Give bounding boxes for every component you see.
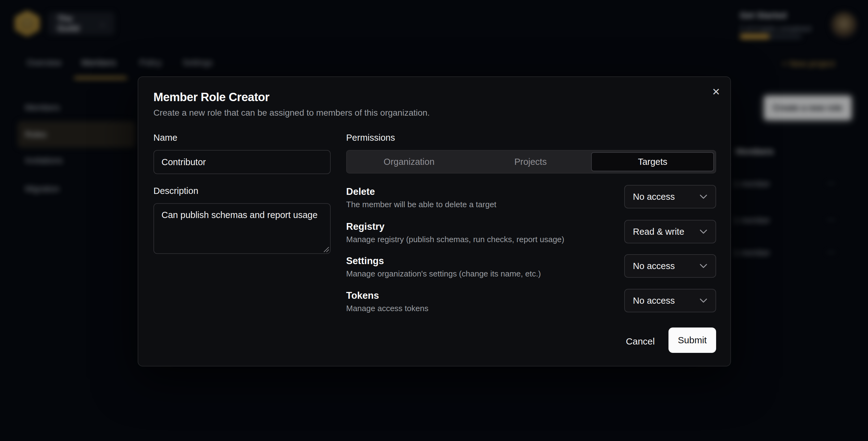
tab-projects[interactable]: Projects [470, 152, 591, 171]
name-input[interactable] [153, 150, 331, 174]
tokens-access-select[interactable]: No access [624, 289, 716, 312]
submit-button[interactable]: Submit [669, 327, 716, 353]
permissions-tablist: Organization Projects Targets [346, 150, 716, 174]
tab-organization[interactable]: Organization [348, 152, 470, 171]
permission-title: Delete [346, 186, 375, 197]
member-role-creator-modal: ✕ Member Role Creator Create a new role … [138, 76, 731, 367]
permission-title: Settings [346, 255, 384, 266]
permissions-label: Permissions [346, 133, 395, 143]
registry-access-select[interactable]: Read & write [624, 220, 716, 243]
permission-title: Registry [346, 221, 384, 232]
name-label: Name [153, 133, 177, 143]
permission-row-delete: Delete The member will be able to delete… [346, 186, 716, 213]
select-value: Read & write [633, 227, 684, 237]
description-textarea[interactable]: Can publish schemas and report usage [153, 203, 331, 254]
close-icon[interactable]: ✕ [709, 85, 723, 99]
permission-description: The member will be able to delete a targ… [346, 200, 496, 209]
modal-subtitle: Create a new role that can be assigned t… [153, 108, 430, 118]
modal-title: Member Role Creator [153, 91, 270, 104]
chevron-down-icon [700, 194, 708, 199]
delete-access-select[interactable]: No access [624, 185, 716, 209]
cancel-button[interactable]: Cancel [617, 329, 663, 353]
select-value: No access [633, 192, 675, 202]
description-label: Description [153, 186, 198, 196]
app-root: The Guild ⌄ Get Started 2 of 4 tasks com… [0, 0, 868, 441]
permission-row-tokens: Tokens Manage access tokens No access [346, 290, 716, 317]
permission-description: Manage registry (publish schemas, run ch… [346, 235, 564, 244]
settings-access-select[interactable]: No access [624, 254, 716, 278]
permission-row-settings: Settings Manage organization's settings … [346, 255, 716, 282]
permission-row-registry: Registry Manage registry (publish schema… [346, 221, 716, 248]
tab-targets[interactable]: Targets [591, 152, 714, 171]
select-value: No access [633, 296, 675, 306]
chevron-down-icon [700, 263, 708, 269]
chevron-down-icon [700, 298, 708, 303]
permission-title: Tokens [346, 290, 379, 301]
select-value: No access [633, 261, 675, 271]
permission-description: Manage access tokens [346, 304, 428, 313]
chevron-down-icon [700, 229, 708, 234]
permission-description: Manage organization's settings (change i… [346, 269, 541, 279]
